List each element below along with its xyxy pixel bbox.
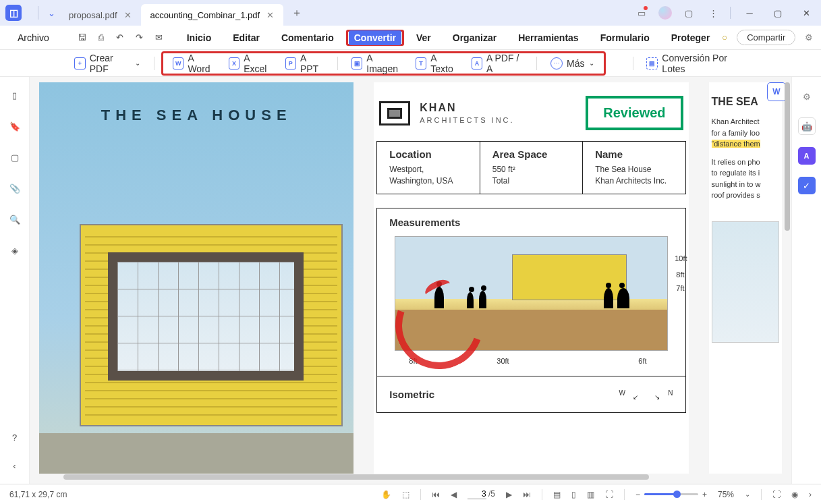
- menu-formulario[interactable]: Formulario: [591, 28, 659, 47]
- help-icon[interactable]: ?: [7, 430, 22, 445]
- isometric-box: Isometric W N ↙ ↘: [376, 376, 685, 413]
- pdfa-icon: A: [472, 57, 482, 69]
- close-button[interactable]: ✕: [797, 3, 816, 22]
- button-label: A Excel: [244, 53, 272, 74]
- button-label: A PPT: [300, 53, 324, 74]
- close-icon[interactable]: ✕: [124, 10, 132, 20]
- to-text-button[interactable]: TA Texto: [409, 50, 465, 77]
- add-tab-button[interactable]: ＋: [291, 6, 302, 20]
- batch-convert-button[interactable]: ▤ Conversión Por Lotes: [640, 50, 754, 77]
- tab-label: accounting_Combinar_1.pdf: [150, 10, 260, 20]
- settings-icon[interactable]: ⚙: [798, 88, 816, 105]
- tab-accounting[interactable]: accounting_Combinar_1.pdf ✕: [141, 4, 284, 26]
- to-ppt-button[interactable]: PA PPT: [279, 50, 331, 77]
- expand-right-icon[interactable]: ›: [809, 490, 812, 499]
- redo-icon[interactable]: ↷: [136, 32, 143, 43]
- prev-page-icon[interactable]: ◀: [451, 490, 457, 499]
- menu-archivo[interactable]: Archivo: [8, 28, 59, 47]
- collapse-icon[interactable]: ‹: [7, 458, 22, 473]
- name-label: Name: [595, 148, 673, 160]
- page-details: KHAN ARCHITECTS INC. Reviewed Location W…: [374, 82, 688, 474]
- continuous-icon[interactable]: ▥: [587, 490, 594, 499]
- single-page-icon[interactable]: ▯: [571, 490, 576, 499]
- horizontal-scrollbar[interactable]: [63, 474, 778, 481]
- page-input[interactable]: [468, 489, 486, 499]
- chevron-down-icon: ⌄: [135, 59, 140, 67]
- fit-icon[interactable]: ⛶: [605, 490, 613, 499]
- first-page-icon[interactable]: ⏮: [432, 490, 440, 499]
- comment-icon[interactable]: ▢: [681, 5, 696, 20]
- dim-6ft: 6ft: [638, 357, 646, 365]
- lightbulb-icon[interactable]: ○: [722, 32, 727, 43]
- button-label: Crear PDF: [90, 53, 132, 74]
- location-value: Westport,Washington, USA: [389, 164, 467, 187]
- menu-inicio[interactable]: Inicio: [177, 28, 221, 47]
- read-mode-icon[interactable]: ◉: [791, 490, 798, 499]
- notification-icon[interactable]: ▭: [634, 5, 649, 20]
- maximize-button[interactable]: ▢: [768, 3, 787, 22]
- ai-chat-icon[interactable]: 🤖: [798, 117, 816, 135]
- mail-icon[interactable]: ✉: [155, 32, 163, 43]
- last-page-icon[interactable]: ⏭: [523, 490, 531, 499]
- location-label: Location: [389, 148, 467, 160]
- search-icon[interactable]: 🔍: [7, 212, 22, 227]
- vertical-scrollbar[interactable]: [783, 77, 791, 484]
- title-bar: ◫ ⌄ proposal.pdf ✕ accounting_Combinar_1…: [0, 0, 821, 26]
- share-button[interactable]: Compartir: [737, 30, 795, 45]
- ppt-icon: P: [285, 57, 296, 69]
- more-button[interactable]: ⋯Más⌄: [544, 55, 600, 72]
- translate-icon[interactable]: A: [798, 147, 816, 165]
- more-icon[interactable]: ⋮: [706, 5, 720, 20]
- document-viewport[interactable]: W THE SEA HOUSE KHAN: [30, 77, 791, 484]
- menu-herramientas[interactable]: Herramientas: [509, 28, 588, 47]
- chevron-down-icon[interactable]: ⌄: [48, 8, 55, 18]
- next-page-icon[interactable]: ▶: [506, 490, 512, 499]
- tool-icon[interactable]: ⚙: [805, 32, 813, 43]
- measurements-title: Measurements: [377, 208, 685, 236]
- zoom-in-icon[interactable]: +: [702, 490, 707, 499]
- tab-proposal[interactable]: proposal.pdf ✕: [59, 4, 141, 26]
- fullscreen-icon[interactable]: ⛶: [772, 490, 781, 499]
- app-icon[interactable]: ◫: [5, 5, 22, 21]
- thumbnails-icon[interactable]: ▯: [7, 88, 22, 103]
- zoom-slider[interactable]: − +: [635, 490, 707, 499]
- right-sidebar: ⚙ 🤖 A ✓: [791, 77, 821, 484]
- close-icon[interactable]: ✕: [266, 10, 274, 20]
- to-pdfa-button[interactable]: AA PDF / A: [465, 50, 530, 77]
- bookmark-icon[interactable]: 🔖: [7, 119, 22, 134]
- avatar[interactable]: [658, 6, 672, 20]
- menu-proteger[interactable]: Proteger: [662, 28, 720, 47]
- menu-ver[interactable]: Ver: [407, 28, 441, 47]
- print-icon[interactable]: ⎙: [98, 32, 104, 43]
- p3-chart: [712, 221, 779, 343]
- to-image-button[interactable]: ▣A Imagen: [345, 50, 409, 77]
- to-word-button[interactable]: WA Word: [166, 50, 222, 77]
- save-icon[interactable]: 🖫: [78, 32, 86, 43]
- menu-convertir[interactable]: Convertir: [349, 30, 401, 45]
- select-tool-icon[interactable]: ⬚: [402, 490, 409, 499]
- attachment-icon[interactable]: 📎: [7, 181, 22, 196]
- chevron-down-icon[interactable]: ⌄: [745, 491, 750, 498]
- menu-organizar[interactable]: Organizar: [443, 28, 506, 47]
- word-icon: W: [173, 57, 183, 69]
- page-cover: THE SEA HOUSE: [39, 82, 353, 474]
- minimize-button[interactable]: ─: [740, 3, 759, 22]
- hand-tool-icon[interactable]: ✋: [381, 490, 391, 499]
- logo-icon: [379, 101, 410, 125]
- zoom-out-icon[interactable]: −: [635, 490, 640, 499]
- check-icon[interactable]: ✓: [798, 177, 816, 194]
- create-pdf-button[interactable]: + Crear PDF ⌄: [67, 50, 147, 77]
- button-label: A PDF / A: [486, 53, 523, 74]
- convert-toolbar: + Crear PDF ⌄ WA Word XA Excel PA PPT ▣A…: [0, 50, 821, 77]
- image-icon: ▣: [351, 57, 362, 69]
- menu-comentario[interactable]: Comentario: [272, 28, 343, 47]
- annotations-icon[interactable]: ▢: [7, 150, 22, 165]
- menu-editar[interactable]: Editar: [223, 28, 269, 47]
- left-sidebar: ▯ 🔖 ▢ 📎 🔍 ◈ ? ‹: [0, 77, 30, 484]
- layers-icon[interactable]: ◈: [7, 243, 22, 258]
- undo-icon[interactable]: ↶: [116, 32, 123, 43]
- to-excel-button[interactable]: XA Excel: [222, 50, 279, 77]
- view-mode-icon[interactable]: ▤: [553, 490, 561, 499]
- p3-paragraph-1: Khan Architect for a family loo “distanc…: [712, 116, 779, 150]
- divider: [38, 6, 38, 20]
